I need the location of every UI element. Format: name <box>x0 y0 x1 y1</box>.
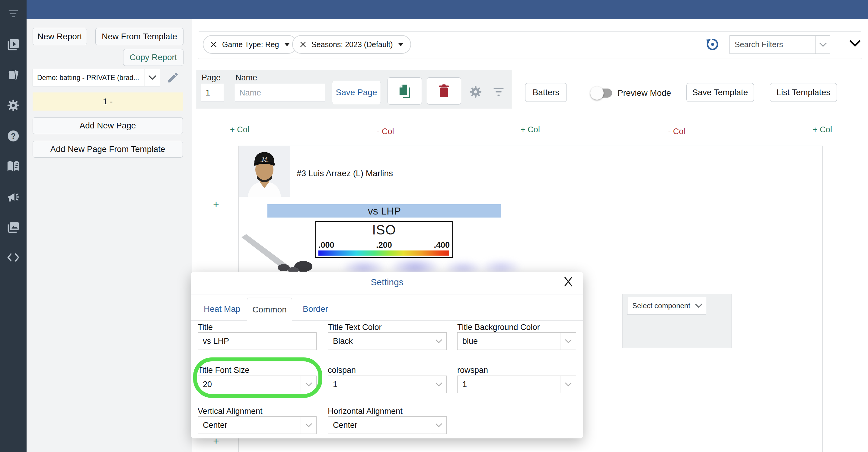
select-chevron-icon <box>431 417 446 433</box>
legend-max-label: .400 <box>434 241 450 250</box>
colspan-value: 1 <box>328 376 431 393</box>
close-icon[interactable] <box>563 277 575 288</box>
sidebar-nav: ? <box>0 0 27 452</box>
add-col-button[interactable]: + Col <box>804 125 840 135</box>
code-icon[interactable] <box>0 251 27 263</box>
select-component-placeholder: Select component <box>627 297 691 314</box>
add-new-page-from-template-button[interactable]: Add New Page From Template <box>33 141 183 158</box>
filter-chip-game-type[interactable]: Game Type: Reg <box>203 35 297 54</box>
vertical-alignment-select[interactable]: Center <box>198 416 317 434</box>
new-report-button[interactable]: New Report <box>33 28 87 45</box>
edit-report-pencil-icon[interactable] <box>166 71 179 85</box>
heatmap-batter-figure <box>239 233 320 273</box>
legend-min-label: .000 <box>318 241 334 250</box>
colspan-select[interactable]: 1 <box>328 375 447 393</box>
copy-report-label: Copy Report <box>129 53 177 62</box>
search-filters-chevron-icon[interactable] <box>815 36 830 54</box>
image-library-icon[interactable] <box>0 221 27 234</box>
title-font-size-value: 20 <box>198 376 301 393</box>
select-chevron-icon <box>560 333 576 349</box>
report-select[interactable]: Demo: batting - PRIVATE (brad... <box>33 69 160 86</box>
filter-icon[interactable] <box>0 8 27 19</box>
search-filters-select[interactable]: Search Filters <box>730 35 830 54</box>
page-label: Page <box>202 73 221 83</box>
vertical-alignment-label: Vertical Alignment <box>198 407 262 416</box>
help-icon[interactable]: ? <box>0 129 27 143</box>
new-from-template-label: New From Template <box>102 32 177 41</box>
name-label: Name <box>236 73 257 83</box>
filter-chip-label: Seasons: 2023 (Default) <box>311 40 393 49</box>
colspan-label: colspan <box>328 366 356 375</box>
modal-divider <box>191 294 583 295</box>
player-title: #3 Luis Arraez (L) Marlins <box>297 169 393 178</box>
collapse-filters-chevron-icon[interactable] <box>849 40 861 48</box>
page-number-input[interactable] <box>201 84 224 102</box>
report-select-value: Demo: batting - PRIVATE (brad... <box>33 69 145 86</box>
filter-chip-seasons[interactable]: Seasons: 2023 (Default) <box>292 35 411 54</box>
batters-label: Batters <box>533 88 560 97</box>
settings-modal-title: Settings <box>191 277 583 287</box>
megaphone-icon[interactable] <box>0 190 27 204</box>
chip-dropdown-icon[interactable] <box>398 43 404 47</box>
remove-col-button[interactable]: - Col <box>658 127 695 136</box>
title-field-label: Title <box>198 323 213 332</box>
remove-filter-icon[interactable] <box>300 41 307 48</box>
horizontal-alignment-label: Horizontal Alignment <box>328 407 403 416</box>
add-col-button[interactable]: + Col <box>512 125 548 135</box>
page-filter-icon[interactable] <box>493 87 505 98</box>
page-name-input[interactable] <box>235 84 326 102</box>
player-photo: M <box>239 146 290 197</box>
horizontal-alignment-select[interactable]: Center <box>328 416 447 434</box>
select-component-chevron-icon[interactable] <box>691 297 706 314</box>
rowspan-select[interactable]: 1 <box>457 375 576 393</box>
legend-mid-label: .200 <box>376 241 392 250</box>
select-chevron-icon <box>431 376 446 393</box>
save-page-label: Save Page <box>336 88 377 97</box>
new-from-template-button[interactable]: New From Template <box>95 28 184 45</box>
title-background-color-select[interactable]: blue <box>457 332 576 350</box>
tab-border[interactable]: Border <box>303 304 328 314</box>
filter-chip-label: Game Type: Reg <box>222 40 279 49</box>
book-icon[interactable] <box>0 160 27 173</box>
vertical-alignment-value: Center <box>198 417 301 433</box>
select-chevron-icon <box>560 376 576 393</box>
chip-dropdown-icon[interactable] <box>284 43 290 47</box>
copy-report-button[interactable]: Copy Report <box>123 49 184 66</box>
copy-page-button[interactable] <box>388 77 422 105</box>
rowspan-label: rowspan <box>457 366 488 375</box>
add-new-page-button[interactable]: Add New Page <box>33 117 183 134</box>
title-field-input[interactable] <box>198 332 317 350</box>
add-row-top-button[interactable]: + <box>213 198 219 210</box>
page-settings-gear-icon[interactable] <box>469 85 483 100</box>
tab-common-label: Common <box>252 305 287 314</box>
filter-history-icon[interactable] <box>706 37 719 53</box>
title-text-color-select[interactable]: Black <box>328 332 447 350</box>
video-library-icon[interactable] <box>0 37 27 51</box>
remove-col-button[interactable]: - Col <box>367 127 404 136</box>
save-page-button[interactable]: Save Page <box>332 81 381 104</box>
batters-button[interactable]: Batters <box>525 83 567 102</box>
report-select-chevron-icon[interactable] <box>145 69 160 86</box>
save-template-button[interactable]: Save Template <box>686 83 754 102</box>
list-templates-button[interactable]: List Templates <box>770 83 837 102</box>
select-chevron-icon <box>431 333 446 349</box>
title-text-color-label: Title Text Color <box>328 323 382 332</box>
cards-icon[interactable] <box>0 68 27 82</box>
title-background-color-label: Title Background Color <box>457 323 540 332</box>
trash-icon <box>438 84 450 98</box>
select-component-dropdown[interactable]: Select component <box>627 297 706 314</box>
title-font-size-select[interactable]: 20 <box>198 375 317 393</box>
tab-common[interactable]: Common <box>247 298 292 321</box>
component-title-bar[interactable]: vs LHP <box>268 204 501 218</box>
add-col-button[interactable]: + Col <box>221 125 258 135</box>
remove-filter-icon[interactable] <box>210 41 217 48</box>
preview-mode-toggle-knob[interactable] <box>590 86 603 100</box>
search-filters-placeholder: Search Filters <box>730 36 815 54</box>
gear-icon[interactable] <box>0 98 27 112</box>
page-list-item[interactable]: 1 - <box>33 92 183 111</box>
svg-text:M: M <box>262 156 268 163</box>
tab-heat-map[interactable]: Heat Map <box>204 304 240 314</box>
page-list-item-label: 1 - <box>103 97 113 106</box>
title-background-color-value: blue <box>458 333 560 349</box>
delete-page-button[interactable] <box>427 77 461 105</box>
